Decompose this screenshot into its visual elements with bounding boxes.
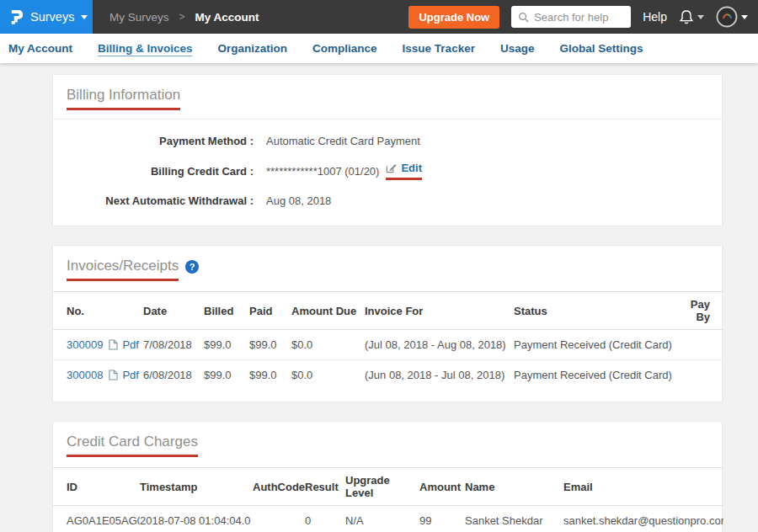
next-withdrawal-row: Next Automatic Withdrawal : Aug 08, 2018	[67, 194, 708, 207]
credit-card-charges-card: Credit Card Charges ID Timestamp AuthCod…	[52, 421, 723, 532]
invoice-date: 7/08/2018	[143, 330, 204, 360]
charge-row: AG0A1E05AG0A 2018-07-08 01:04:04.0 0 N/A…	[53, 506, 723, 532]
credit-card-charges-title: Credit Card Charges	[67, 434, 198, 457]
invoice-amount-due: $0.0	[291, 330, 365, 360]
breadcrumb-current-page: My Account	[195, 11, 259, 24]
edit-icon	[386, 162, 397, 173]
col-email: Email	[563, 468, 723, 506]
charge-result: 0	[305, 506, 345, 532]
col-amount-due: Amount Due	[291, 292, 365, 330]
billing-credit-card-label: Billing Credit Card :	[67, 165, 254, 178]
invoice-for: (Jul 08, 2018 - Aug 08, 2018)	[365, 330, 514, 360]
col-paid: Paid	[249, 292, 291, 330]
payment-method-value: Automatic Credit Card Payment	[266, 135, 420, 147]
invoices-receipts-title: Invoices/Receipts	[67, 258, 179, 281]
chevron-down-icon	[81, 15, 88, 19]
pdf-link[interactable]: Pdf	[122, 369, 139, 381]
invoice-number-link[interactable]: 300009	[67, 338, 103, 351]
bell-icon	[679, 9, 694, 25]
pdf-file-icon	[109, 370, 118, 380]
col-status: Status	[514, 292, 682, 330]
invoice-status: Payment Received (Credit Card)	[514, 360, 682, 391]
payment-method-row: Payment Method : Automatic Credit Card P…	[67, 135, 708, 147]
invoice-paid: $99.0	[249, 330, 291, 360]
topbar-right: Upgrade Now Help	[408, 6, 758, 29]
tab-issue-tracker[interactable]: Issue Tracker	[403, 42, 475, 55]
col-date: Date	[143, 292, 204, 330]
col-name: Name	[465, 468, 563, 506]
col-timestamp: Timestamp	[140, 468, 253, 506]
breadcrumb-separator: >	[179, 11, 185, 23]
invoice-number-link[interactable]: 300008	[67, 369, 103, 381]
col-invoice-for: Invoice For	[365, 292, 514, 330]
chevron-down-icon	[697, 15, 704, 19]
billing-credit-card-row: Billing Credit Card : ************1007 (…	[67, 162, 708, 180]
tab-global-settings[interactable]: Global Settings	[559, 42, 643, 55]
invoice-row: 300009 Pdf 7/08/2018 $99.0 $99	[53, 330, 723, 360]
invoice-pay-by	[682, 360, 723, 391]
charge-id: AG0A1E05AG0A	[53, 506, 140, 532]
account-nav: My Account Billing & Invoices Organizati…	[0, 34, 758, 63]
tab-compliance[interactable]: Compliance	[312, 42, 377, 55]
help-search-input[interactable]	[534, 11, 624, 24]
payment-method-label: Payment Method :	[67, 135, 254, 147]
col-no: No.	[53, 292, 143, 330]
notifications-button[interactable]	[679, 9, 704, 25]
charges-table: ID Timestamp AuthCode Result Upgrade Lev…	[53, 467, 723, 532]
help-search-box[interactable]	[511, 6, 631, 28]
charge-name: Sanket Shekdar	[465, 506, 563, 532]
main-content: Billing Information Payment Method : Aut…	[0, 63, 758, 532]
invoice-date: 6/08/2018	[143, 360, 204, 391]
tab-billing-invoices[interactable]: Billing & Invoices	[98, 42, 193, 55]
col-authcode: AuthCode	[253, 468, 305, 506]
invoices-header-row: No. Date Billed Paid Amount Due Invoice …	[53, 292, 723, 330]
charge-amount: 99	[419, 506, 465, 532]
search-icon	[518, 12, 529, 23]
invoice-billed: $99.0	[204, 360, 249, 391]
breadcrumb-my-surveys[interactable]: My Surveys	[109, 11, 169, 24]
product-switcher[interactable]: Surveys	[0, 0, 93, 34]
invoice-pay-by	[682, 330, 723, 360]
invoice-for: (Jun 08, 2018 - Jul 08, 2018)	[365, 360, 514, 391]
col-pay-by: Pay By	[682, 292, 723, 330]
next-withdrawal-label: Next Automatic Withdrawal :	[67, 194, 254, 207]
invoices-table: No. Date Billed Paid Amount Due Invoice …	[53, 291, 723, 390]
breadcrumb: My Surveys > My Account	[109, 11, 259, 24]
invoice-amount-due: $0.0	[291, 360, 365, 391]
pdf-link[interactable]: Pdf	[122, 338, 139, 351]
charge-upgrade-level: N/A	[345, 506, 419, 532]
charge-authcode	[253, 506, 305, 532]
questionpro-logo-icon	[10, 8, 24, 26]
help-circle-icon[interactable]: ?	[185, 260, 199, 274]
col-upgrade-level: Upgrade Level	[345, 468, 419, 506]
charges-header-row: ID Timestamp AuthCode Result Upgrade Lev…	[53, 468, 723, 506]
avatar	[716, 6, 738, 28]
edit-card-action[interactable]: Edit	[386, 162, 422, 180]
invoice-row: 300008 Pdf 6/08/2018 $99.0 $99	[53, 360, 723, 391]
help-link[interactable]: Help	[643, 10, 667, 24]
col-id: ID	[53, 468, 140, 506]
col-result: Result	[305, 468, 345, 506]
topbar: Surveys My Surveys > My Account Upgrade …	[0, 0, 758, 34]
charge-email: sanket.shekdar@questionpro.com	[563, 506, 723, 532]
col-amount: Amount	[419, 468, 465, 506]
tab-usage[interactable]: Usage	[500, 42, 535, 55]
invoices-receipts-card: Invoices/Receipts ? No. Date Billed Paid…	[52, 245, 723, 402]
charge-timestamp: 2018-07-08 01:04:04.0	[140, 506, 253, 532]
account-menu-button[interactable]	[716, 6, 748, 28]
billing-information-title: Billing Information	[67, 87, 180, 110]
invoice-paid: $99.0	[249, 360, 291, 391]
edit-card-link[interactable]: Edit	[401, 162, 422, 174]
col-billed: Billed	[204, 292, 249, 330]
tab-my-account[interactable]: My Account	[8, 42, 72, 55]
tab-organization[interactable]: Organization	[218, 42, 288, 55]
chevron-down-icon	[741, 15, 748, 19]
pdf-file-icon	[109, 339, 118, 350]
product-switcher-label: Surveys	[30, 10, 74, 24]
upgrade-now-button[interactable]: Upgrade Now	[408, 6, 499, 29]
billing-credit-card-value: ************1007 (01/20)	[266, 165, 379, 178]
next-withdrawal-value: Aug 08, 2018	[266, 194, 331, 207]
invoice-billed: $99.0	[204, 330, 249, 360]
invoice-status: Payment Received (Credit Card)	[514, 330, 682, 360]
billing-information-card: Billing Information Payment Method : Aut…	[52, 74, 723, 226]
